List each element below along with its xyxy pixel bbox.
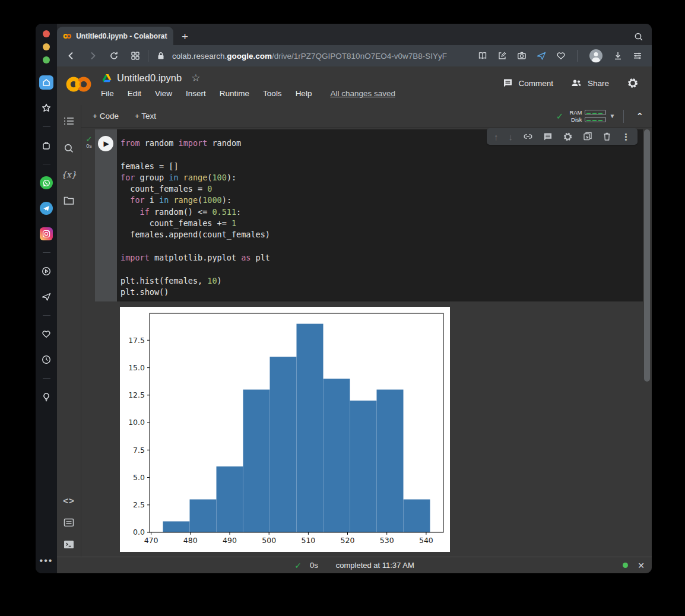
clock-icon[interactable]: [39, 353, 53, 367]
move-cell-up-icon[interactable]: ↑: [494, 132, 499, 141]
star-icon[interactable]: [39, 101, 53, 115]
colab-favicon: [63, 33, 72, 40]
menu-help[interactable]: Help: [296, 89, 312, 98]
menu-edit[interactable]: Edit: [128, 89, 141, 98]
dock-more-icon[interactable]: •••: [40, 555, 53, 566]
cell-settings-icon[interactable]: [563, 132, 573, 142]
send-icon[interactable]: [537, 51, 546, 61]
reader-icon[interactable]: [478, 51, 487, 61]
disk-gauge: [585, 117, 606, 122]
whatsapp-icon[interactable]: [39, 176, 53, 190]
download-icon[interactable]: [613, 51, 623, 61]
svg-text:12.5: 12.5: [128, 390, 145, 399]
add-text-button[interactable]: + Text: [135, 112, 156, 120]
tab-grid-icon[interactable]: [131, 51, 140, 61]
variables-icon[interactable]: {x}: [62, 167, 76, 182]
more-actions-icon[interactable]: ⋮: [621, 132, 630, 141]
home-icon[interactable]: [39, 75, 53, 90]
reload-icon[interactable]: [109, 51, 119, 61]
menu-runtime[interactable]: Runtime: [220, 89, 249, 98]
menu-file[interactable]: File: [101, 89, 114, 98]
star-notebook-icon[interactable]: ☆: [191, 72, 200, 84]
code-snippets-icon[interactable]: <>: [62, 493, 76, 507]
tune-icon[interactable]: [633, 51, 642, 61]
instagram-icon[interactable]: [39, 227, 53, 241]
cell-rail: [95, 129, 117, 301]
telegram-icon[interactable]: [39, 201, 53, 215]
code-editor[interactable]: from random import random females = []fo…: [120, 138, 637, 298]
delete-cell-icon[interactable]: [602, 132, 611, 141]
notebook-sidebar: {x} <>: [57, 105, 81, 557]
paper-plane-icon[interactable]: [39, 290, 53, 304]
status-bar: ✓ 0s completed at 11:37 AM ✕: [57, 557, 652, 573]
cell-toolbar: ↑ ↓ ⋮: [487, 128, 638, 145]
close-window-button[interactable]: [43, 30, 50, 37]
run-cell-button[interactable]: ▶: [98, 136, 113, 151]
avatar[interactable]: [589, 49, 603, 63]
favorite-icon[interactable]: [556, 51, 566, 61]
add-code-button[interactable]: + Code: [93, 112, 119, 120]
svg-text:490: 490: [223, 536, 237, 545]
comment-icon: [503, 78, 513, 88]
menu-insert[interactable]: Insert: [186, 89, 206, 98]
svg-text:470: 470: [144, 536, 158, 545]
scrollbar-thumb[interactable]: [644, 129, 650, 382]
minimize-window-button[interactable]: [43, 43, 50, 50]
settings-gear-icon[interactable]: [627, 77, 639, 89]
lock-icon[interactable]: [156, 51, 166, 61]
svg-text:480: 480: [183, 536, 198, 545]
people-icon: [571, 79, 582, 87]
svg-text:520: 520: [341, 536, 355, 545]
menu-view[interactable]: View: [155, 89, 172, 98]
resource-monitor[interactable]: RAM Disk ▼: [569, 109, 615, 123]
toolbar-divider: [623, 110, 624, 123]
annotate-icon[interactable]: [497, 51, 507, 61]
back-icon[interactable]: [66, 51, 76, 61]
table-of-contents-icon[interactable]: [62, 114, 76, 128]
svg-text:510: 510: [301, 536, 315, 545]
mirror-cell-icon[interactable]: [583, 132, 592, 141]
success-check-icon: ✓: [294, 561, 302, 570]
copy-link-icon[interactable]: [523, 132, 533, 141]
browser-tab[interactable]: Untitled0.ipynb - Colaboratory: [57, 27, 173, 45]
files-icon[interactable]: [62, 193, 76, 208]
search-icon[interactable]: [634, 32, 643, 42]
save-status[interactable]: All changes saved: [330, 89, 395, 98]
tab-bar: Untitled0.ipynb - Colaboratory +: [57, 24, 652, 45]
dock-divider: [43, 164, 50, 164]
move-cell-down-icon[interactable]: ↓: [509, 132, 513, 141]
maximize-window-button[interactable]: [43, 56, 50, 63]
completion-message: completed at 11:37 AM: [336, 561, 414, 570]
svg-text:540: 540: [419, 536, 433, 545]
terminal-icon[interactable]: [62, 537, 76, 551]
url-field[interactable]: colab.research.google.com/drive/1rPZ7QGI…: [172, 52, 447, 61]
shopping-bag-icon[interactable]: [39, 138, 53, 153]
chevron-down-icon[interactable]: ▼: [610, 113, 616, 119]
new-tab-button[interactable]: +: [182, 31, 188, 42]
search-icon[interactable]: [62, 141, 76, 155]
colab-header: Untitled0.ipynb ☆ File Edit View Insert …: [57, 66, 652, 105]
runtime-check-icon: ✓: [556, 111, 564, 122]
svg-text:2.5: 2.5: [133, 500, 145, 509]
lightbulb-icon[interactable]: [39, 390, 53, 404]
cell-execution-status: ✓ 0s: [83, 136, 95, 149]
forward-icon[interactable]: [88, 51, 97, 61]
dock-divider: [43, 252, 50, 253]
camera-icon[interactable]: [517, 51, 527, 61]
collapse-sections-icon[interactable]: ⌃: [636, 111, 643, 122]
comment-button[interactable]: Comment: [503, 78, 553, 88]
play-circle-icon[interactable]: [39, 264, 53, 278]
notebook-toolbar: + Code + Text ✓ RAM Disk ▼ ⌃: [81, 105, 652, 128]
screenshot-root: ••• Untitled0.ipynb - Colaboratory + col…: [0, 0, 685, 616]
svg-text:0.0: 0.0: [133, 528, 145, 536]
browser-window: ••• Untitled0.ipynb - Colaboratory + col…: [36, 24, 652, 573]
heart-icon[interactable]: [39, 327, 53, 341]
notebook-content: ✓ 0s ▶ from random import random females…: [81, 128, 652, 557]
command-palette-icon[interactable]: [62, 515, 76, 529]
share-button[interactable]: Share: [571, 79, 609, 88]
window-controls: [43, 30, 50, 63]
notebook-title[interactable]: Untitled0.ipynb: [117, 72, 182, 84]
comment-icon[interactable]: [543, 132, 553, 141]
menu-tools[interactable]: Tools: [263, 89, 282, 98]
code-cell[interactable]: ▶ from random import random females = []…: [95, 129, 643, 301]
